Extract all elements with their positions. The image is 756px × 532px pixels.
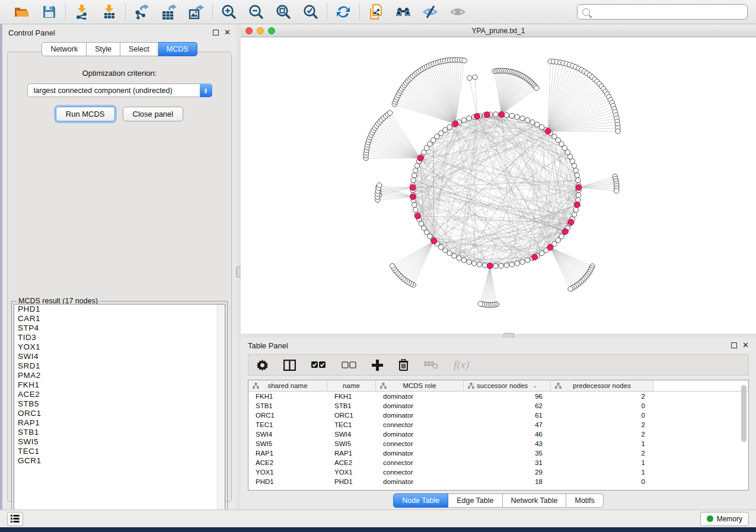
mcds-result-item[interactable]: TID3 xyxy=(14,333,225,342)
network-window-titlebar[interactable]: YPA_prune.txt_1 xyxy=(241,24,756,37)
table-row[interactable]: RAP1RAP1dominator352 xyxy=(248,448,748,458)
table-row[interactable]: PHD1PHD1dominator180 xyxy=(248,477,748,486)
maximize-window-icon[interactable] xyxy=(268,27,275,34)
tab-network[interactable]: Network xyxy=(42,42,87,56)
mcds-list-scrollbar[interactable] xyxy=(217,305,225,517)
table-row[interactable]: TEC1TEC1connector472 xyxy=(248,420,748,430)
mcds-node xyxy=(417,155,423,161)
float-table-panel-icon[interactable] xyxy=(731,342,737,348)
column-header-name[interactable]: name xyxy=(327,380,376,391)
mcds-result-item[interactable]: SWI4 xyxy=(14,352,225,361)
mcds-result-item[interactable]: ACE2 xyxy=(14,390,225,399)
zoom-out-icon[interactable] xyxy=(248,4,264,20)
mcds-result-item[interactable]: STB1 xyxy=(14,428,225,437)
cell-name: SWI5 xyxy=(327,440,376,447)
deselect-all-icon[interactable] xyxy=(342,361,356,369)
tab-style[interactable]: Style xyxy=(87,42,120,56)
optimization-criterion-dropdown[interactable]: largest connected component (undirected)… xyxy=(27,84,212,97)
task-history-icon[interactable] xyxy=(7,512,23,526)
hide-selected-icon[interactable] xyxy=(422,4,439,20)
table-options-icon[interactable] xyxy=(257,360,268,371)
cell-successor-nodes: 47 xyxy=(464,421,551,428)
export-table-icon[interactable] xyxy=(161,4,177,20)
mcds-result-item[interactable]: TEC1 xyxy=(14,447,225,456)
column-header-successor-nodes[interactable]: successor nodes⌄ xyxy=(464,380,551,391)
mcds-result-item[interactable]: STB5 xyxy=(14,399,225,409)
table-scrollbar-thumb[interactable] xyxy=(741,385,747,442)
table-row[interactable]: SWI5SWI5connector431 xyxy=(248,439,748,448)
column-header-shared-name[interactable]: shared name xyxy=(248,380,327,391)
column-header-MCDS-role[interactable]: MCDS role xyxy=(376,380,464,391)
table-panel-titlebar: Table Panel ✕ xyxy=(241,338,756,353)
column-visibility-icon[interactable] xyxy=(283,360,296,371)
tab-edge-table[interactable]: Edge Table xyxy=(448,493,502,508)
apply-layout-icon[interactable] xyxy=(335,4,352,20)
mcds-result-item[interactable]: GCR1 xyxy=(14,456,225,466)
table-row[interactable]: SWI4SWI4dominator462 xyxy=(248,430,748,439)
table-row[interactable]: FKH1FKH1dominator962 xyxy=(248,392,748,401)
dropdown-stepper-icon: ▲▼ xyxy=(200,84,212,97)
mcds-result-item[interactable]: ORC1 xyxy=(14,409,225,418)
cell-successor-nodes: 31 xyxy=(464,459,551,466)
mcds-result-item[interactable]: STP4 xyxy=(14,323,225,333)
table-row[interactable]: YOX1YOX1connector291 xyxy=(248,467,748,477)
mcds-result-item[interactable]: SWI5 xyxy=(14,437,225,447)
vertical-splitter[interactable] xyxy=(237,24,241,509)
add-column-icon[interactable] xyxy=(372,360,383,371)
open-file-icon[interactable] xyxy=(14,4,30,20)
tab-node-table[interactable]: Node Table xyxy=(393,493,448,508)
column-header-predecessor-nodes[interactable]: predecessor nodes xyxy=(551,380,653,391)
network-node xyxy=(576,178,580,182)
horizontal-splitter[interactable] xyxy=(241,334,756,338)
table-row[interactable]: ORC1ORC1dominator610 xyxy=(248,411,748,420)
close-table-panel-icon[interactable]: ✕ xyxy=(742,342,749,348)
search-input[interactable] xyxy=(594,8,742,16)
network-node xyxy=(467,116,471,121)
tab-mcds[interactable]: MCDS xyxy=(158,42,197,56)
clone-network-icon[interactable] xyxy=(368,4,384,20)
first-neighbors-icon[interactable] xyxy=(395,4,412,20)
network-node xyxy=(540,124,544,129)
search-field[interactable] xyxy=(577,4,748,20)
memory-button[interactable]: Memory xyxy=(700,512,749,526)
minimize-window-icon[interactable] xyxy=(257,27,264,34)
network-node xyxy=(575,173,579,178)
table-row[interactable]: STB1STB1dominator620 xyxy=(248,401,748,411)
zoom-selected-icon[interactable] xyxy=(302,4,319,20)
tab-select[interactable]: Select xyxy=(120,42,158,56)
mcds-result-list[interactable]: PHD1CAR1STP4TID3YOX1SWI4SRD1PMA2FKH1ACE2… xyxy=(14,304,225,518)
network-node xyxy=(483,263,487,268)
mcds-result-item[interactable]: PMA2 xyxy=(14,371,225,380)
close-panel-button[interactable]: Close panel xyxy=(123,107,184,121)
show-all-icon[interactable] xyxy=(449,4,466,20)
import-table-icon[interactable] xyxy=(101,4,117,20)
mcds-result-item[interactable]: PHD1 xyxy=(14,305,225,314)
tab-motifs[interactable]: Motifs xyxy=(566,493,603,508)
save-session-icon[interactable] xyxy=(41,4,58,20)
delete-column-icon[interactable] xyxy=(398,359,409,371)
network-node xyxy=(576,193,581,197)
mcds-result-item[interactable]: YOX1 xyxy=(14,342,225,352)
network-node xyxy=(473,75,477,79)
network-canvas[interactable] xyxy=(241,37,756,334)
run-mcds-button[interactable]: Run MCDS xyxy=(56,107,115,121)
mcds-result-item[interactable]: RAP1 xyxy=(14,418,225,428)
mcds-result-item[interactable]: CAR1 xyxy=(14,314,225,323)
node-table: shared namenameMCDS rolesuccessor nodes⌄… xyxy=(248,380,749,491)
zoom-in-icon[interactable] xyxy=(221,4,237,20)
mcds-node xyxy=(499,111,505,117)
mcds-result-item[interactable]: SRD1 xyxy=(14,361,225,371)
float-panel-icon[interactable] xyxy=(213,30,219,36)
tab-network-table[interactable]: Network Table xyxy=(503,493,567,508)
select-all-icon[interactable] xyxy=(311,361,326,369)
export-image-icon[interactable] xyxy=(188,4,205,20)
zoom-fit-icon[interactable] xyxy=(275,4,292,20)
import-network-icon[interactable] xyxy=(74,4,90,20)
network-node xyxy=(413,207,418,212)
mcds-result-item[interactable]: FKH1 xyxy=(14,380,225,390)
export-network-icon[interactable] xyxy=(133,4,150,20)
close-panel-icon[interactable]: ✕ xyxy=(224,30,231,36)
close-window-icon[interactable] xyxy=(245,27,253,34)
network-node xyxy=(387,110,392,115)
table-row[interactable]: ACE2ACE2connector311 xyxy=(248,458,748,467)
